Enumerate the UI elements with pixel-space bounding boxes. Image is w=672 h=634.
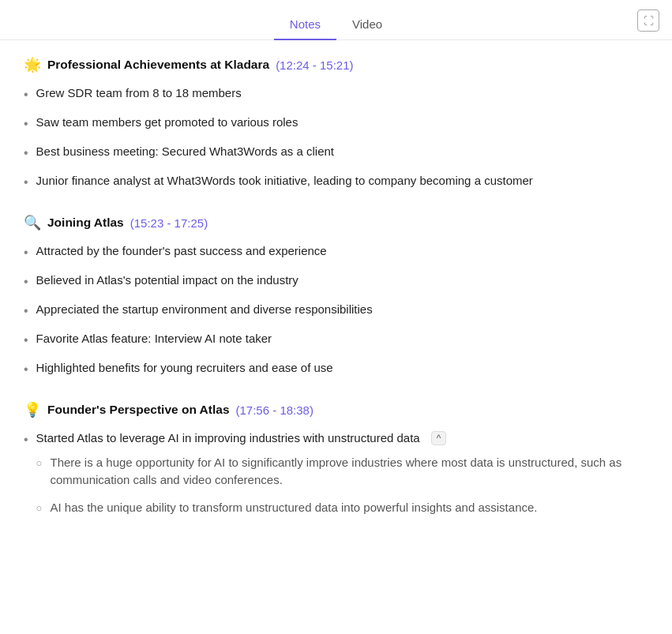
list-item: Highlighted benefits for young recruiter… [24,359,640,379]
bullet-text: Junior finance analyst at What3Words too… [36,172,640,190]
bullet-text: Appreciated the startup environment and … [36,301,640,319]
section-joining-atlas: 🔍Joining Atlas (15:23 - 17:25)Attracted … [24,214,640,379]
bullet-text: Highlighted benefits for young recruiter… [36,359,640,377]
sub-list-item: AI has the unique ability to transform u… [36,499,640,517]
section-time-joining-atlas[interactable]: (15:23 - 17:25) [130,216,208,230]
section-title-professional-achievements: Professional Achievements at Kladara [47,58,269,72]
tab-video[interactable]: Video [336,9,398,40]
bullet-text: Favorite Atlas feature: Interview AI not… [36,330,640,348]
section-title-founders-perspective: Founder's Perspective on Atlas [47,403,230,417]
section-icon-founders-perspective: 💡 [24,401,41,418]
expand-sub-bullets-button[interactable]: ^ [431,431,447,445]
list-item: Favorite Atlas feature: Interview AI not… [24,330,640,350]
section-header-founders-perspective: 💡Founder's Perspective on Atlas (17:56 -… [24,401,640,418]
bullet-text: Believed in Atlas's potential impact on … [36,272,640,290]
list-item: Grew SDR team from 8 to 18 members [24,84,640,104]
section-icon-professional-achievements: 🌟 [24,56,41,73]
bullet-text: Started Atlas to leverage AI in improvin… [36,430,420,448]
bullet-text: Best business meeting: Secured What3Word… [36,143,640,161]
list-item: Best business meeting: Secured What3Word… [24,143,640,163]
sub-list-item: There is a huge opportunity for AI to si… [36,454,640,490]
section-icon-joining-atlas: 🔍 [24,214,41,231]
main-content: 🌟Professional Achievements at Kladara (1… [0,40,672,564]
bullet-text: Saw team members get promoted to various… [36,114,640,132]
header: NotesVideo ⛶ [0,0,672,40]
bullet-list-founders-perspective: Started Atlas to leverage AI in improvin… [24,430,640,526]
list-item: Attracted by the founder's past success … [24,242,640,262]
section-header-professional-achievements: 🌟Professional Achievements at Kladara (1… [24,56,640,73]
list-item: Started Atlas to leverage AI in improvin… [24,430,640,526]
list-item: Saw team members get promoted to various… [24,114,640,133]
section-header-joining-atlas: 🔍Joining Atlas (15:23 - 17:25) [24,214,640,231]
section-professional-achievements: 🌟Professional Achievements at Kladara (1… [24,56,640,192]
list-item: Believed in Atlas's potential impact on … [24,272,640,291]
section-title-joining-atlas: Joining Atlas [47,216,124,230]
bullet-list-professional-achievements: Grew SDR team from 8 to 18 membersSaw te… [24,84,640,192]
list-item: Appreciated the startup environment and … [24,301,640,321]
bullet-text: Grew SDR team from 8 to 18 members [36,84,640,103]
list-item: Junior finance analyst at What3Words too… [24,172,640,192]
sub-bullet-list: There is a huge opportunity for AI to si… [36,454,640,517]
section-time-professional-achievements[interactable]: (12:24 - 15:21) [276,58,353,72]
tab-notes[interactable]: Notes [274,9,336,40]
section-founders-perspective: 💡Founder's Perspective on Atlas (17:56 -… [24,401,640,526]
bullet-list-joining-atlas: Attracted by the founder's past success … [24,242,640,379]
expand-button[interactable]: ⛶ [637,9,659,32]
bullet-text: Attracted by the founder's past success … [36,242,640,261]
section-time-founders-perspective[interactable]: (17:56 - 18:38) [236,403,313,417]
